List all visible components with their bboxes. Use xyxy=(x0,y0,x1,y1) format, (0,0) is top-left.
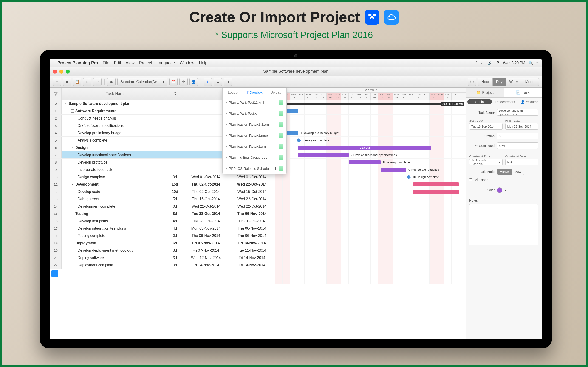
dropdown-upload[interactable]: Upload xyxy=(265,88,286,97)
menu-window[interactable]: Window xyxy=(180,60,194,65)
resource-button[interactable]: 👤 xyxy=(190,78,198,86)
complete-input[interactable]: 58% xyxy=(497,142,538,149)
volume-icon[interactable]: 🔊 xyxy=(488,61,493,65)
scale-week[interactable]: Week xyxy=(506,78,522,86)
table-row[interactable]: 15 −Testing 8d Tue 28-Oct-2014 Thu 06-No… xyxy=(50,210,275,217)
gantt-bar[interactable] xyxy=(413,190,459,194)
menubar-clock[interactable]: Wed 3:20 PM xyxy=(503,61,525,65)
mode-auto[interactable]: Auto xyxy=(512,169,524,175)
add-task-button[interactable]: ＋ xyxy=(53,78,61,86)
gantt-bar[interactable] xyxy=(413,182,459,186)
table-row[interactable]: 20 Develop deployment methodology 3d Fri… xyxy=(50,247,275,254)
menu-help[interactable]: Help xyxy=(199,60,208,65)
display-icon[interactable]: ▭ xyxy=(481,61,485,65)
table-row[interactable]: 16 Develop test plans 4d Tue 28-Oct-2014… xyxy=(50,217,275,225)
menu-edit[interactable]: Edit xyxy=(114,60,121,65)
dropdown-file-item[interactable]: •PPP IOS Release Schedule - 1 xyxy=(223,163,286,174)
gantt-panel[interactable]: Sep 2014 Sat13Sun14Mon15Tue16Wed17Thu18F… xyxy=(275,88,466,339)
dropdown-file-item[interactable]: •Plan a PartyTest.xml xyxy=(223,108,286,119)
constraint-type-select[interactable]: As Soon As Possible ▾ xyxy=(469,159,502,165)
mode-manual[interactable]: Manual xyxy=(497,169,512,175)
gantt-bar-label: 8 Develop prototype xyxy=(383,161,410,164)
dropbox-status-icon[interactable]: ⇪ xyxy=(475,61,478,65)
dropdown-file-item[interactable]: •Planificacion Rev.A1.mpp xyxy=(223,130,286,141)
color-dropdown-icon[interactable]: ▾ xyxy=(505,188,506,192)
table-row[interactable]: 12 Develop code 10d Thu 02-Oct-2014 Wed … xyxy=(50,188,275,195)
dropdown-logout[interactable]: Logout xyxy=(223,88,244,97)
menu-file[interactable]: File xyxy=(103,60,109,65)
table-row[interactable]: 13 Debug errors 5d Thu 16-Oct-2014 Wed 2… xyxy=(50,195,275,203)
link-button[interactable]: ◈ xyxy=(107,78,115,86)
date-button[interactable]: 📅 xyxy=(169,78,178,86)
dropdown-file-item[interactable]: •Planificacion Rev.A1-1.xml xyxy=(223,119,286,130)
color-swatch[interactable] xyxy=(497,187,502,193)
delete-task-button[interactable]: 🗑 xyxy=(63,78,71,86)
collapse-icon[interactable]: − xyxy=(71,212,74,215)
gantt-bar[interactable] xyxy=(298,153,349,157)
menu-language[interactable]: Language xyxy=(157,60,175,65)
dropdown-dropbox[interactable]: ⇪ Dropbox xyxy=(244,88,265,97)
table-row[interactable]: 11 −Development 15d Thu 02-Oct-2014 Wed … xyxy=(50,181,275,188)
collapse-icon[interactable]: − xyxy=(71,183,74,186)
collapse-icon[interactable]: − xyxy=(71,242,74,245)
dropbox-button[interactable]: ⇪ xyxy=(204,78,212,86)
dropdown-file-item[interactable]: •Plan a PartyTest12.xml xyxy=(223,97,286,108)
col-task-name[interactable]: Task Name xyxy=(61,92,167,96)
subtab-resource[interactable]: 👤 Resource xyxy=(517,98,542,106)
task-name-input[interactable]: Develop functional specifications xyxy=(497,109,538,116)
menu-project[interactable]: Project xyxy=(139,60,152,65)
duration-input[interactable]: 5d xyxy=(497,133,538,139)
wifi-icon[interactable] xyxy=(496,61,500,65)
zoom-window-button[interactable] xyxy=(66,69,70,74)
gantt-milestone[interactable] xyxy=(406,175,411,179)
collapse-icon[interactable]: − xyxy=(64,102,67,105)
tab-project[interactable]: 📁 Project xyxy=(466,88,504,98)
constraint-date-input[interactable]: N/A xyxy=(505,159,539,165)
subtab-info[interactable]: ⓘ Info xyxy=(467,99,492,104)
indent-button[interactable]: ⇥ xyxy=(93,78,102,86)
table-row[interactable]: 18 Testing complete 0d Thu 06-Nov-2014 T… xyxy=(50,232,275,240)
tab-task[interactable]: 📄 Task xyxy=(504,88,542,98)
dropdown-file-item[interactable]: •Planning final Coque.ppp xyxy=(223,152,286,163)
finish-date-input[interactable]: Mon 22-Sep-2014 xyxy=(505,123,539,130)
table-row[interactable]: 14 Development complete 0d Wed 22-Oct-20… xyxy=(50,203,275,210)
menu-view[interactable]: View xyxy=(126,60,135,65)
subtab-predecessors[interactable]: Predecessors xyxy=(493,98,518,106)
table-row[interactable]: 21 Deploy software 3d Wed 12-Nov-2014 Fr… xyxy=(50,254,275,261)
gantt-milestone[interactable] xyxy=(296,138,301,143)
print-button[interactable]: 🖨 xyxy=(224,78,232,86)
table-row[interactable]: 19 −Deployment 6d Fri 07-Nov-2014 Fri 14… xyxy=(50,240,275,247)
table-row[interactable]: 17 Develop integration test plans 4d Mon… xyxy=(50,225,275,232)
spotlight-icon[interactable]: 🔍 xyxy=(528,61,533,65)
task-name-cell: Develop deployment methodology xyxy=(78,248,133,252)
task-mode-toggle[interactable]: Manual Auto xyxy=(497,169,524,175)
filter-button[interactable] xyxy=(50,88,61,100)
scale-hour[interactable]: Hour xyxy=(478,78,493,86)
table-row[interactable]: 10 Design complete 0d Wed 01-Oct-2014 We… xyxy=(50,173,275,181)
add-row-button[interactable]: ＋ xyxy=(52,270,58,277)
scale-month[interactable]: Month xyxy=(522,78,539,86)
calendar-select[interactable]: Standard Calendar(De…▾ xyxy=(117,78,167,86)
start-date-input[interactable]: Tue 16-Sep-2014 xyxy=(469,123,502,130)
col-duration[interactable]: D xyxy=(167,92,183,96)
document-icon xyxy=(279,155,283,160)
gantt-bar[interactable] xyxy=(381,168,406,172)
table-row[interactable]: 22 Deployment complete 0d Fri 14-Nov-201… xyxy=(50,261,275,269)
collapse-icon[interactable]: − xyxy=(71,109,74,113)
menu-list-icon[interactable]: ≡ xyxy=(536,61,538,65)
milestone-checkbox[interactable] xyxy=(469,178,472,181)
gantt-summary-bar[interactable] xyxy=(275,102,459,105)
dropdown-file-item[interactable]: •Planificacion Rev.A1.xml xyxy=(223,141,286,152)
settings-button[interactable]: ⚙ xyxy=(179,78,188,86)
gantt-bar[interactable]: 6 Design xyxy=(298,146,431,150)
copy-button[interactable]: 📋 xyxy=(73,78,81,86)
outdent-button[interactable]: ⇤ xyxy=(83,78,91,86)
close-window-button[interactable] xyxy=(53,69,57,74)
minimize-window-button[interactable] xyxy=(59,69,63,74)
icloud-button[interactable]: ☁ xyxy=(214,78,222,86)
collapse-icon[interactable]: − xyxy=(71,146,74,149)
info-button[interactable]: ⓘ xyxy=(468,78,476,86)
notes-textarea[interactable] xyxy=(469,204,538,245)
gantt-bar[interactable] xyxy=(349,160,381,165)
scale-day[interactable]: Day xyxy=(493,78,506,86)
